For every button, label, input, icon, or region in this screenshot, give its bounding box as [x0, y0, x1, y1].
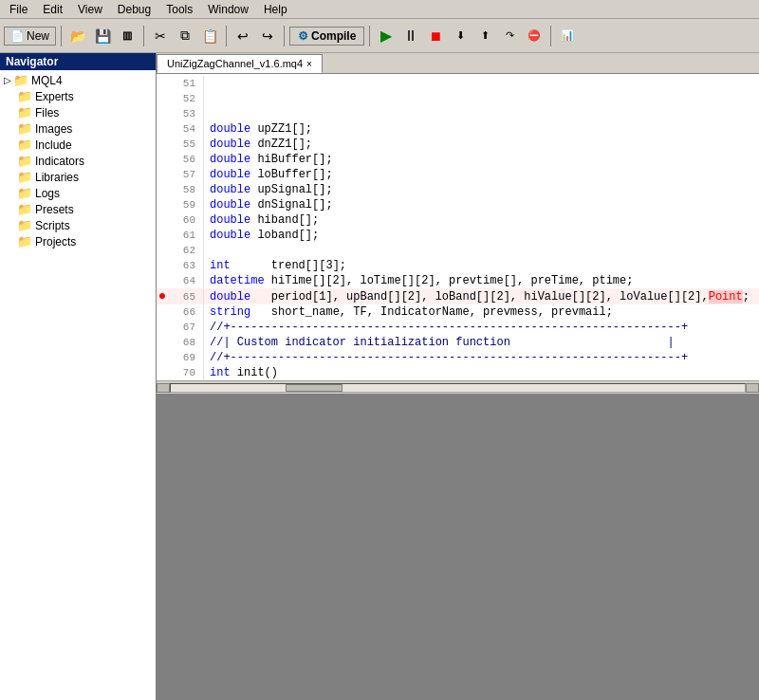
nav-item-images[interactable]: 📁 Images: [0, 120, 156, 137]
line-number: 64: [168, 273, 204, 288]
open-button[interactable]: 📂: [66, 25, 89, 47]
menu-edit[interactable]: Edit: [35, 1, 70, 18]
nav-item-experts[interactable]: 📁 Experts: [0, 88, 156, 104]
code-line: 59 double dnSignal[];: [157, 197, 759, 212]
navigator-title: Navigator: [0, 53, 156, 70]
nav-label: Scripts: [35, 219, 70, 232]
step-out-button[interactable]: ⬆: [473, 25, 496, 47]
pause-icon: ⏸: [403, 28, 418, 45]
line-number: 51: [168, 76, 204, 91]
menu-tools[interactable]: Tools: [158, 1, 200, 18]
code-editor[interactable]: 51 52 53 54: [157, 74, 759, 380]
nav-label: Images: [35, 122, 72, 136]
nav-item-scripts[interactable]: 📁 Scripts: [0, 217, 156, 233]
code-line: 61 double loband[];: [157, 228, 759, 243]
line-number: 67: [168, 320, 204, 335]
line-number: 55: [168, 137, 204, 152]
tab-bar: UniZigZagChannel_v1.6.mq4 ×: [157, 53, 759, 74]
nav-label: MQL4: [31, 74, 63, 87]
tab-file[interactable]: UniZigZagChannel_v1.6.mq4 ×: [157, 54, 323, 73]
nav-label: Include: [35, 138, 72, 152]
nav-item-projects[interactable]: 📁 Projects: [0, 233, 156, 249]
paste-button[interactable]: 📋: [198, 25, 221, 47]
redo-button[interactable]: ↪: [256, 25, 279, 47]
folder-icon: 📁: [13, 73, 28, 87]
line-code: //| Custom indicator initialization func…: [210, 335, 675, 350]
line-code: //+-------------------------------------…: [210, 350, 688, 365]
line-code: double loBuffer[];: [210, 167, 333, 182]
code-line: 67 //+----------------------------------…: [157, 320, 759, 335]
menu-window[interactable]: Window: [200, 1, 256, 18]
folder-icon: 📁: [17, 218, 32, 232]
line-code: int trend[][3];: [210, 258, 346, 273]
toolbar: 📄 New 📂 💾 ▥ ✂ ⧉ 📋 ↩ ↪ ⚙ Compile ▶ ⏸ ⏹ ⬇ …: [0, 19, 759, 53]
profile-icon: 📊: [561, 29, 574, 42]
nav-item-files[interactable]: 📁 Files: [0, 104, 156, 120]
code-line: 62: [157, 243, 759, 258]
compile-button[interactable]: ⚙ Compile: [289, 27, 364, 46]
code-line: 70 int init(): [157, 365, 759, 380]
menu-bar: File Edit View Debug Tools Window Help: [0, 0, 759, 19]
nav-label: Libraries: [35, 171, 79, 184]
nav-item-mql4[interactable]: ▷ 📁 MQL4: [0, 72, 156, 88]
code-line: 56 double hiBuffer[];: [157, 152, 759, 167]
tb-sep-4: [284, 26, 285, 46]
scroll-right-button[interactable]: [746, 383, 759, 393]
profile-button[interactable]: 📊: [556, 25, 579, 47]
nav-label: Logs: [35, 187, 60, 200]
line-number: 54: [168, 121, 204, 137]
stop-icon: ⏹: [429, 28, 442, 44]
save-button[interactable]: 💾: [91, 25, 114, 47]
code-content: 51 52 53 54: [157, 74, 759, 380]
line-number: 65: [168, 289, 204, 304]
save-all-button[interactable]: ▥: [116, 25, 139, 47]
code-line: 68 //| Custom indicator initialization f…: [157, 335, 759, 350]
pause-button[interactable]: ⏸: [399, 25, 422, 47]
breakpoints-button[interactable]: ⛔: [523, 25, 546, 47]
scroll-left-button[interactable]: [157, 383, 170, 393]
nav-label: Experts: [35, 90, 74, 103]
tab-label: UniZigZagChannel_v1.6.mq4: [167, 58, 303, 69]
code-line: 60 double hiband[];: [157, 212, 759, 228]
run-button[interactable]: ▶: [375, 25, 398, 47]
nav-item-presets[interactable]: 📁 Presets: [0, 201, 156, 217]
line-number: 70: [168, 365, 204, 380]
nav-label: Projects: [35, 235, 76, 249]
line-number: 69: [168, 350, 204, 365]
tab-close-button[interactable]: ×: [306, 59, 312, 69]
menu-file[interactable]: File: [2, 1, 35, 18]
folder-icon: 📁: [17, 138, 32, 152]
horizontal-scrollbar[interactable]: [157, 380, 759, 394]
cut-button[interactable]: ✂: [149, 25, 172, 47]
code-line: 57 double loBuffer[];: [157, 167, 759, 182]
tb-sep-2: [143, 26, 144, 46]
code-line: 69 //+----------------------------------…: [157, 350, 759, 365]
line-code: double hiBuffer[];: [210, 152, 333, 167]
code-line: 63 int trend[][3];: [157, 258, 759, 273]
nav-item-libraries[interactable]: 📁 Libraries: [0, 169, 156, 185]
folder-icon: 📁: [17, 170, 32, 184]
nav-item-include[interactable]: 📁 Include: [0, 137, 156, 153]
undo-button[interactable]: ↩: [231, 25, 254, 47]
nav-item-logs[interactable]: 📁 Logs: [0, 185, 156, 201]
line-number: 59: [168, 197, 204, 212]
step-over-button[interactable]: ↷: [498, 25, 521, 47]
menu-debug[interactable]: Debug: [110, 1, 158, 18]
folder-icon: 📁: [17, 234, 32, 249]
tb-sep-5: [369, 26, 370, 46]
line-number: 56: [168, 152, 204, 167]
stop-button[interactable]: ⏹: [424, 25, 447, 47]
menu-view[interactable]: View: [70, 1, 110, 18]
nav-item-indicators[interactable]: 📁 Indicators: [0, 153, 156, 169]
step-in-button[interactable]: ⬇: [449, 25, 472, 47]
menu-help[interactable]: Help: [256, 1, 295, 18]
scroll-track[interactable]: [170, 383, 746, 393]
scroll-thumb[interactable]: [286, 384, 342, 392]
folder-icon: 📁: [17, 105, 32, 120]
line-number: 60: [168, 212, 204, 228]
nav-tree: ▷ 📁 MQL4 📁 Experts 📁 Files 📁 Images 📁 In…: [0, 70, 156, 700]
code-line: 64 datetime hiTime[][2], loTime[][2], pr…: [157, 273, 759, 288]
new-button[interactable]: 📄 New: [4, 27, 56, 46]
copy-button[interactable]: ⧉: [174, 25, 196, 47]
code-line: 66 string short_name, TF, IndicatorName,…: [157, 304, 759, 320]
